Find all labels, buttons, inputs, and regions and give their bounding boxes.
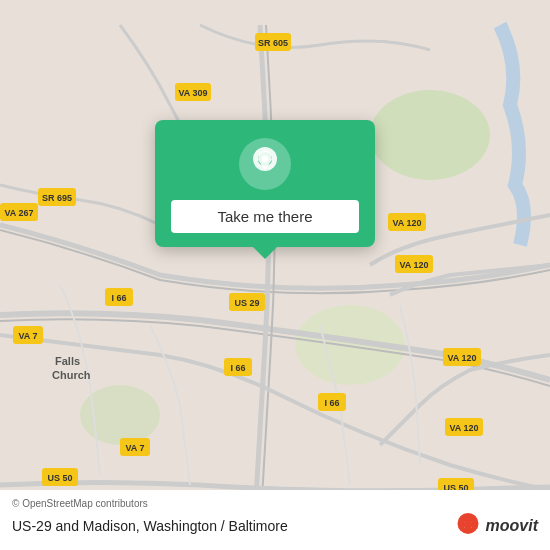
- svg-text:I 66: I 66: [324, 398, 339, 408]
- svg-text:VA 7: VA 7: [125, 443, 144, 453]
- svg-text:US 50: US 50: [47, 473, 72, 483]
- svg-text:Falls: Falls: [55, 355, 80, 367]
- svg-text:VA 120: VA 120: [399, 260, 428, 270]
- svg-text:VA 7: VA 7: [18, 331, 37, 341]
- bottom-bar: © OpenStreetMap contributors US-29 and M…: [0, 490, 550, 550]
- svg-text:SR 605: SR 605: [258, 38, 288, 48]
- svg-text:VA 120: VA 120: [392, 218, 421, 228]
- svg-text:VA 120: VA 120: [449, 423, 478, 433]
- svg-text:VA 120: VA 120: [447, 353, 476, 363]
- map-container: SR 605 VA 309 SR 695 VA 267 VA 120 VA 12…: [0, 0, 550, 550]
- location-pin-icon: [250, 146, 280, 182]
- location-name: US-29 and Madison, Washington / Baltimor…: [12, 518, 288, 534]
- moovit-brand-text: moovit: [486, 517, 538, 535]
- svg-text:VA 309: VA 309: [178, 88, 207, 98]
- svg-text:Church: Church: [52, 369, 91, 381]
- map-background: SR 605 VA 309 SR 695 VA 267 VA 120 VA 12…: [0, 0, 550, 550]
- svg-text:US 29: US 29: [234, 298, 259, 308]
- popup-card: Take me there: [155, 120, 375, 247]
- moovit-logo: M moovit: [454, 512, 538, 540]
- location-name-row: US-29 and Madison, Washington / Baltimor…: [12, 512, 538, 540]
- svg-text:VA 267: VA 267: [4, 208, 33, 218]
- svg-text:I 66: I 66: [230, 363, 245, 373]
- moovit-brand-icon: M: [454, 512, 482, 540]
- svg-point-1: [370, 90, 490, 180]
- copyright-text: © OpenStreetMap contributors: [12, 498, 538, 509]
- take-me-there-button[interactable]: Take me there: [171, 200, 359, 233]
- svg-text:SR 695: SR 695: [42, 193, 72, 203]
- svg-text:I 66: I 66: [111, 293, 126, 303]
- location-icon-circle: [239, 138, 291, 190]
